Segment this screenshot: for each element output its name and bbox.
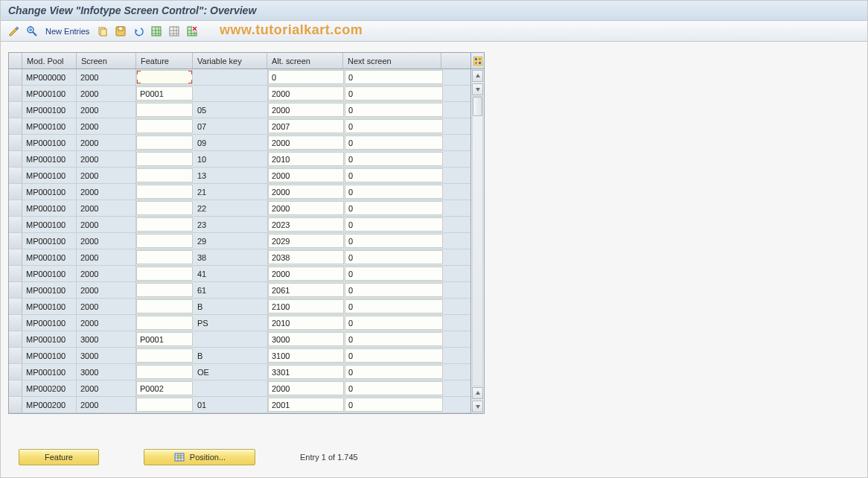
- cell-next-screen[interactable]: 0: [345, 381, 443, 395]
- cell-next-screen[interactable]: 0: [345, 250, 443, 264]
- cell-feature[interactable]: [136, 283, 193, 297]
- row-selector[interactable]: [9, 331, 22, 347]
- cell-alt-screen[interactable]: 2000: [268, 267, 344, 281]
- row-selector[interactable]: [9, 118, 22, 134]
- cell-feature[interactable]: [136, 119, 193, 133]
- row-selector[interactable]: [9, 364, 22, 380]
- cell-next-screen[interactable]: 0: [345, 152, 443, 166]
- cell-feature[interactable]: [136, 267, 193, 281]
- cell-alt-screen[interactable]: 2000: [268, 185, 344, 199]
- cell-alt-screen[interactable]: 2007: [268, 119, 344, 133]
- col-next-screen[interactable]: Next screen: [343, 53, 441, 68]
- cell-feature[interactable]: [136, 316, 193, 330]
- cell-alt-screen[interactable]: 2061: [268, 283, 344, 297]
- save-icon[interactable]: [113, 24, 128, 39]
- row-selector[interactable]: [9, 266, 22, 281]
- cell-feature[interactable]: P0001: [136, 86, 193, 101]
- copy-as-icon[interactable]: [95, 24, 110, 39]
- cell-feature[interactable]: [136, 136, 193, 150]
- cell-alt-screen[interactable]: 2000: [268, 103, 344, 117]
- row-selector[interactable]: [9, 135, 22, 150]
- cell-feature[interactable]: [136, 168, 193, 182]
- row-selector[interactable]: [9, 184, 22, 200]
- scroll-track[interactable]: [472, 96, 483, 386]
- row-selector[interactable]: [9, 299, 22, 314]
- scroll-up-button[interactable]: [472, 70, 483, 82]
- row-selector[interactable]: [9, 397, 22, 412]
- cell-alt-screen[interactable]: 2010: [268, 152, 344, 166]
- scroll-thumb[interactable]: [473, 97, 482, 116]
- cell-next-screen[interactable]: 0: [345, 185, 443, 199]
- cell-next-screen[interactable]: 0: [345, 86, 443, 101]
- cell-alt-screen[interactable]: 0: [268, 70, 344, 84]
- deselect-all-icon[interactable]: [167, 24, 182, 39]
- cell-feature[interactable]: [136, 152, 193, 166]
- row-selector[interactable]: [9, 348, 22, 363]
- col-variable-key[interactable]: Variable key: [193, 53, 267, 68]
- delete-icon[interactable]: [185, 24, 200, 39]
- cell-alt-screen[interactable]: 2010: [268, 316, 344, 330]
- cell-feature[interactable]: P0002: [136, 381, 193, 395]
- cell-feature[interactable]: [136, 70, 193, 84]
- cell-alt-screen[interactable]: 2029: [268, 234, 344, 248]
- cell-next-screen[interactable]: 0: [345, 136, 443, 150]
- cell-feature[interactable]: [136, 201, 193, 215]
- cell-next-screen[interactable]: 0: [345, 348, 443, 363]
- cell-alt-screen[interactable]: 2000: [268, 86, 344, 101]
- cell-alt-screen[interactable]: 2100: [268, 299, 344, 313]
- row-selector[interactable]: [9, 249, 22, 265]
- cell-feature[interactable]: [136, 398, 193, 412]
- cell-next-screen[interactable]: 0: [345, 365, 443, 379]
- row-selector[interactable]: [9, 168, 22, 183]
- cell-alt-screen[interactable]: 3000: [268, 332, 344, 346]
- cell-feature[interactable]: [136, 348, 193, 363]
- col-alt-screen[interactable]: Alt. screen: [267, 53, 343, 68]
- cell-next-screen[interactable]: 0: [345, 234, 443, 248]
- row-selector[interactable]: [9, 200, 22, 216]
- cell-alt-screen[interactable]: 2000: [268, 136, 344, 150]
- scroll-down-button-bottom[interactable]: [472, 401, 483, 412]
- cell-feature[interactable]: [136, 234, 193, 248]
- cell-next-screen[interactable]: 0: [345, 119, 443, 133]
- row-selector[interactable]: [9, 151, 22, 167]
- cell-feature[interactable]: [136, 365, 193, 379]
- display-change-toggle-icon[interactable]: [7, 24, 22, 39]
- cell-alt-screen[interactable]: 2000: [268, 381, 344, 395]
- cell-alt-screen[interactable]: 2038: [268, 250, 344, 264]
- table-settings-button[interactable]: [471, 53, 484, 69]
- cell-next-screen[interactable]: 0: [345, 299, 443, 313]
- cell-next-screen[interactable]: 0: [345, 70, 443, 84]
- cell-next-screen[interactable]: 0: [345, 267, 443, 281]
- row-selector[interactable]: [9, 315, 22, 331]
- cell-next-screen[interactable]: 0: [345, 201, 443, 215]
- cell-alt-screen[interactable]: 2023: [268, 217, 344, 232]
- row-selector[interactable]: [9, 102, 22, 118]
- select-all-icon[interactable]: [149, 24, 164, 39]
- row-selector[interactable]: [9, 217, 22, 232]
- cell-feature[interactable]: [136, 103, 193, 117]
- cell-alt-screen[interactable]: 2001: [268, 398, 344, 412]
- cell-feature[interactable]: [136, 250, 193, 264]
- cell-feature[interactable]: [136, 299, 193, 313]
- col-screen[interactable]: Screen: [77, 53, 136, 68]
- row-selector[interactable]: [9, 86, 22, 101]
- scroll-up-button-bottom[interactable]: [472, 387, 483, 399]
- position-button[interactable]: Position...: [144, 449, 255, 465]
- new-entries-button[interactable]: New Entries: [42, 27, 92, 36]
- cell-next-screen[interactable]: 0: [345, 316, 443, 330]
- row-selector[interactable]: [9, 69, 22, 85]
- cell-alt-screen[interactable]: 3100: [268, 348, 344, 363]
- feature-button[interactable]: Feature: [19, 449, 99, 465]
- cell-next-screen[interactable]: 0: [345, 168, 443, 182]
- cell-next-screen[interactable]: 0: [345, 398, 443, 412]
- cell-next-screen[interactable]: 0: [345, 217, 443, 232]
- cell-alt-screen[interactable]: 2000: [268, 201, 344, 215]
- cell-next-screen[interactable]: 0: [345, 283, 443, 297]
- cell-feature[interactable]: [136, 185, 193, 199]
- cell-feature[interactable]: P0001: [136, 332, 193, 346]
- row-selector[interactable]: [9, 380, 22, 396]
- row-selector[interactable]: [9, 233, 22, 249]
- col-mod-pool[interactable]: Mod. Pool: [22, 53, 77, 68]
- cell-feature[interactable]: [136, 217, 193, 232]
- cell-next-screen[interactable]: 0: [345, 332, 443, 346]
